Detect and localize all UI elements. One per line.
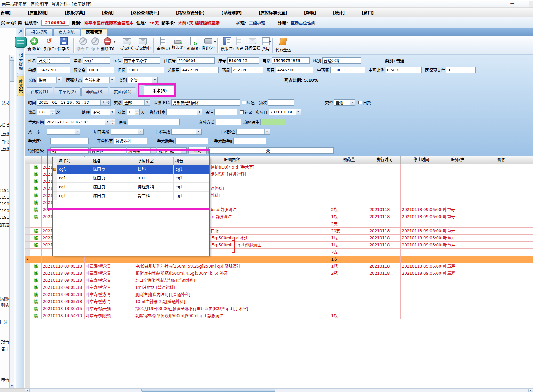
toolbar-button-minus[interactable]: 删除(D)▼ (101, 37, 114, 51)
scroll-up-icon[interactable]: ▲ (10, 55, 14, 60)
popup-row[interactable]: cgl陈国良神经外科cgl (53, 183, 209, 192)
toolbar-button-mail[interactable]: 提交选中 (135, 37, 151, 50)
field-4[interactable]: 4477.99 (181, 67, 219, 73)
order-row[interactable]: 临20210118 14:54:10叶章寿/刘晓颖乳酸钠林格(平衡液)[500m… (25, 312, 533, 319)
op-time-field[interactable]: 2021 - 01 - 18 16 : 03▼▲▼ (45, 119, 115, 125)
incision-grade-combo[interactable]: ▼ (111, 129, 144, 135)
tree-item-fragment[interactable]: 病例/ (0, 295, 9, 301)
tree-item-fragment[interactable]: 目（扌 (0, 319, 9, 325)
field-7[interactable]: 普通外科 (322, 57, 361, 64)
toolbar-button-doc[interactable]: 重整(U) (156, 37, 170, 51)
menu-item[interactable]: 管理】 (1, 9, 13, 15)
field-3[interactable]: 南平市医疗保 (123, 57, 160, 64)
field-6[interactable]: 15959754876 (272, 57, 310, 64)
order-field[interactable] (128, 119, 180, 125)
tree-item-fragment[interactable]: 告十 (1, 346, 9, 352)
scrollbar-thumb[interactable] (10, 60, 14, 82)
doctor-name-field[interactable]: 陈国良 (90, 147, 126, 154)
toolbar-button-docref[interactable]: 刷新(R) (187, 37, 200, 51)
surgeon-field[interactable] (50, 138, 89, 144)
toolbar-button-disc[interactable]: 停止 (91, 37, 99, 51)
diagnosis-tail-field[interactable]: 变 (208, 147, 334, 154)
tree-item-fragment[interactable]: 记录 (1, 100, 9, 106)
popup-row[interactable]: cgl陈国良骨科cgl (53, 165, 209, 174)
toolbar-button-trash[interactable]: 撤销(Z)▼ (202, 37, 215, 50)
toolbar-button-doc[interactable]: 历史 (235, 37, 243, 51)
pin-icon[interactable] (18, 30, 22, 34)
chevron-down-icon[interactable]: ▼ (214, 41, 216, 43)
field-2[interactable]: 69岁 (83, 57, 110, 64)
order-row[interactable]: ▶1支 (25, 256, 533, 263)
surgery-grade-combo[interactable]: ▼ (171, 129, 202, 135)
side-tab-reminders[interactable]: 相关提醒 (17, 50, 24, 74)
tree-item-fragment[interactable]: 上级 (1, 131, 9, 136)
order-tab-2[interactable]: 中草药(2) (54, 87, 81, 96)
order-row[interactable]: 临20210118 09:05:13叶章寿/熊永青氯化钠注射液(塑瓶)[500m… (25, 270, 533, 277)
maximize-button[interactable] (529, 1, 533, 7)
chevron-down-icon[interactable]: ▼ (269, 41, 271, 43)
filter-combo-3[interactable]: 全部▼ (128, 77, 158, 83)
toolbar-button-floppy[interactable]: 保存(S) (57, 37, 70, 51)
menu-item[interactable]: 【质控标准设置】 (256, 9, 289, 15)
field-6[interactable]: 4245.90 (276, 67, 313, 73)
order-row[interactable]: 临20210118 09:05:13叶章寿/熊永青中/长链脂肪乳注射液[250m… (25, 263, 533, 270)
left-vertical-scrollbar[interactable]: ▲ ▼ (9, 55, 14, 388)
remark-field[interactable] (214, 109, 237, 115)
side-tab-patient[interactable]: 叶文兴 (17, 76, 24, 96)
ordering-dept-field[interactable]: 普通外科 (114, 138, 147, 144)
type-combo[interactable]: 普通∨ (334, 99, 355, 106)
tab-inactive[interactable]: 相关提醒 (26, 28, 52, 36)
field-3[interactable]: 3000 (127, 67, 164, 73)
toolbar-button-mail[interactable]: 路径医嘱 (245, 37, 260, 50)
toolbar-button-grid[interactable]: 费用▼ (262, 37, 270, 51)
tree-item-fragment[interactable]: 0191 (0, 188, 9, 193)
assistant1-field[interactable] (175, 138, 208, 144)
field-2[interactable]: 1000 (87, 67, 114, 73)
filter-combo-1[interactable]: 临嘱▼ (37, 77, 62, 83)
chevron-down-icon[interactable]: ▼ (109, 77, 115, 83)
surgery-site-combo[interactable]: ▼ (236, 129, 270, 135)
toolbar-button-mail[interactable]: 提交(B) (120, 37, 133, 50)
doctor-code-field[interactable]: cgl (50, 147, 89, 154)
exec-dept-combo[interactable]: ▼ (166, 109, 202, 115)
scroll-right-icon[interactable]: ▶ (528, 389, 533, 392)
self-pay-checkbox[interactable] (358, 101, 362, 104)
order-row[interactable]: 临20210118 09:05:13叶章寿/熊永青1ml注射器 [普通外科] (25, 284, 533, 291)
minimize-button[interactable]: — (507, 0, 518, 7)
scrollbar-thumb[interactable] (141, 389, 275, 392)
duration-stepper[interactable]: 1▲▼ (127, 109, 140, 115)
tree-item-fragment[interactable]: 报告 (1, 338, 9, 344)
anesthesia-method-field[interactable] (216, 119, 241, 125)
close-button[interactable]: 关闭 (188, 147, 207, 154)
tab-active[interactable]: 医嘱管理 (81, 28, 107, 36)
urgent-checkbox[interactable] (242, 101, 246, 104)
field-9[interactable]: 0 (446, 67, 476, 73)
toolbar-button-notebook[interactable]: 模版(T) (221, 37, 234, 51)
emergency-combo[interactable]: ▼ (47, 129, 80, 135)
category-combo[interactable]: 全部▼ (123, 99, 150, 106)
backfill-checkbox[interactable] (240, 110, 244, 114)
tree-item-fragment[interactable]: 日常 (1, 139, 9, 145)
chevron-down-icon[interactable]: ▼ (152, 77, 157, 83)
menu-item[interactable]: 【路径查询统计】 (128, 9, 161, 15)
assistant2-field[interactable] (233, 138, 266, 144)
chevron-down-icon[interactable]: ▼ (56, 77, 62, 83)
menu-item[interactable]: 【查询】 (100, 9, 116, 15)
scroll-down-icon[interactable]: ▼ (10, 383, 14, 388)
tree-item-fragment[interactable]: 0191 (0, 195, 9, 200)
menu-item[interactable]: 【帮助】 (302, 9, 318, 15)
toolbar-button-orange[interactable]: 代煎全送 (275, 37, 291, 52)
order-tab-1[interactable]: 西成药(1) (26, 87, 53, 96)
toolbar-button-printer[interactable]: 打印(P) (172, 37, 185, 50)
chevron-down-icon[interactable]: ▼ (114, 41, 115, 43)
tab-inactive[interactable]: 病人浏览 (53, 28, 80, 36)
tree-item-fragment[interactable]: 临床路 (0, 222, 9, 228)
tree-item-fragment[interactable]: 0190 (0, 202, 9, 206)
field-7[interactable]: 1.30 (330, 67, 365, 73)
field-4[interactable]: 2100604 (177, 57, 215, 64)
order-name-field[interactable]: 鼻部神经封闭术 (171, 99, 240, 106)
menu-item[interactable]: 【路径监管分析】 (174, 9, 207, 15)
tree-item-fragment[interactable]: 0191 (0, 215, 9, 220)
actual-date-field[interactable]: 2021 01 18▼ (269, 109, 301, 115)
order-time-field[interactable]: 2021 - 01 - 18 16 : 03 : 33▼▲▼ (37, 99, 111, 106)
